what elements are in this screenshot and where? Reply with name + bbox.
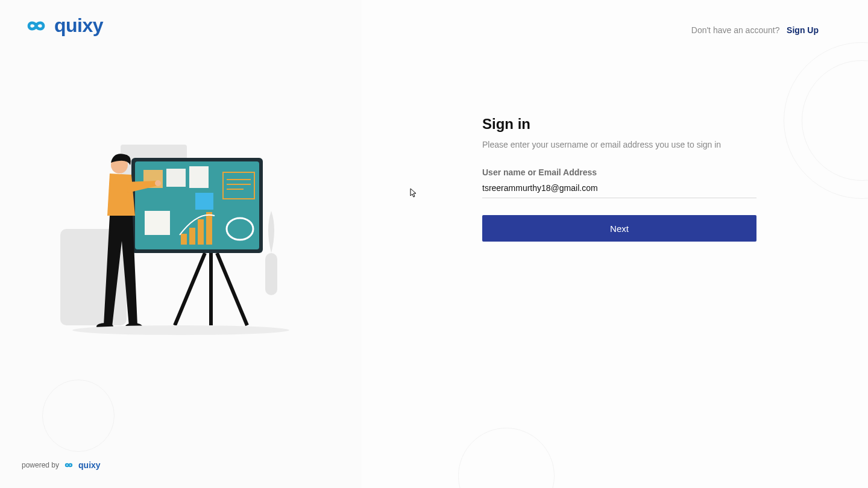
svg-point-26: [72, 325, 289, 335]
svg-rect-12: [145, 211, 170, 235]
powered-by-brand: quixy: [78, 460, 101, 470]
svg-rect-9: [166, 169, 186, 187]
right-panel: Don't have an account? Sign Up Sign in P…: [362, 0, 868, 488]
svg-line-5: [217, 253, 247, 325]
svg-rect-2: [265, 253, 277, 295]
decorative-circle: [458, 428, 555, 488]
svg-rect-11: [195, 193, 213, 210]
powered-by-logo-icon: [63, 461, 75, 469]
signin-form: Sign in Please enter your username or em…: [482, 116, 756, 242]
svg-rect-14: [189, 228, 195, 245]
powered-by: powered by quixy: [22, 460, 101, 470]
svg-point-23: [155, 180, 161, 186]
signup-prompt: Don't have an account? Sign Up: [691, 25, 819, 35]
powered-by-label: powered by: [22, 461, 59, 469]
decorative-circle: [42, 380, 115, 452]
left-panel: quixy: [0, 0, 362, 488]
username-input[interactable]: [482, 181, 756, 198]
username-label: User name or Email Address: [482, 167, 756, 177]
brand-logo: quixy: [22, 14, 103, 37]
cursor-icon: [410, 188, 417, 199]
svg-rect-15: [198, 219, 204, 245]
next-button[interactable]: Next: [482, 215, 756, 242]
signin-title: Sign in: [482, 116, 756, 133]
signin-subtitle: Please enter your username or email addr…: [482, 140, 756, 149]
svg-line-4: [175, 253, 205, 325]
svg-rect-13: [181, 234, 187, 245]
svg-rect-16: [206, 212, 212, 245]
brand-logo-icon: [22, 16, 51, 36]
signin-illustration: [54, 145, 307, 337]
brand-logo-text: quixy: [54, 14, 103, 37]
svg-rect-10: [189, 166, 209, 188]
no-account-text: Don't have an account?: [691, 25, 780, 35]
signup-link[interactable]: Sign Up: [787, 25, 819, 35]
